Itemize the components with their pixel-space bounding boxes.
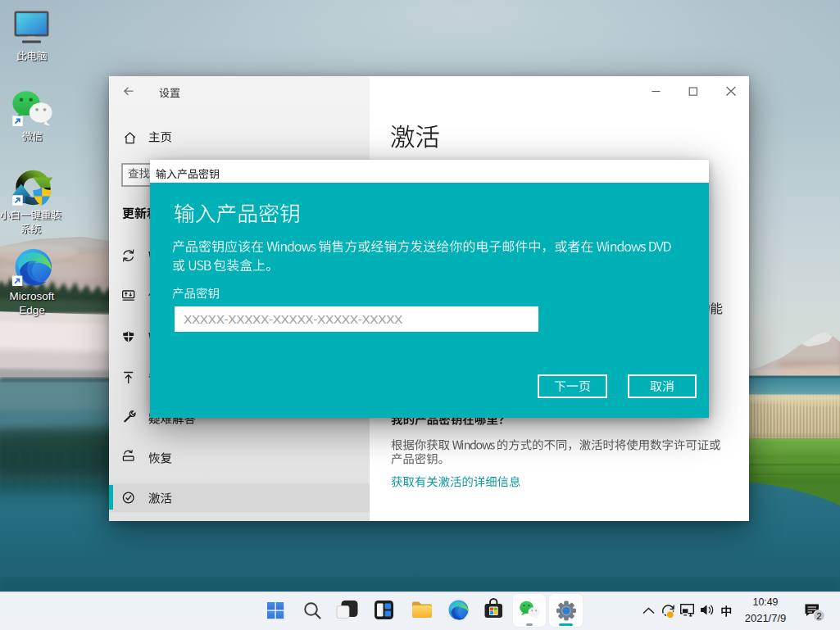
svg-text:2: 2	[816, 611, 821, 621]
